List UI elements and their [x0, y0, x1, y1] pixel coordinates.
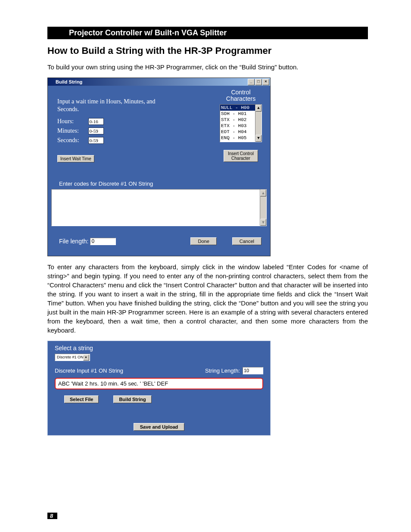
hours-input[interactable]: 0-16 — [88, 118, 104, 125]
file-length-field[interactable]: 0 — [90, 238, 116, 245]
string-length-field[interactable]: 10 — [243, 367, 263, 374]
insert-ctrl-line2: Character — [231, 156, 250, 161]
select-string-panel: Select a string Discrete #1 ON Discrete … — [47, 341, 271, 436]
select-file-button[interactable]: Select File — [64, 395, 99, 403]
window-icon — [49, 79, 54, 84]
titlebar: Build String _ □ × — [48, 78, 270, 86]
scroll-up-icon[interactable]: ▲ — [255, 105, 262, 112]
string-length-label: String Length: — [205, 367, 240, 374]
scroll-down-icon[interactable]: ▼ — [260, 219, 266, 226]
build-string-dialog: Build String _ □ × Input a wait time in … — [47, 78, 271, 256]
select-string-label: Select a string — [55, 345, 263, 352]
page-number: 8 — [47, 513, 57, 519]
close-button[interactable]: × — [262, 79, 269, 85]
scroll-up-icon[interactable]: ▲ — [260, 190, 266, 196]
minutes-label: Minutes: — [57, 128, 87, 134]
minimize-button[interactable]: _ — [248, 79, 255, 85]
window-title: Build String — [56, 79, 82, 84]
codes-textarea[interactable]: ▲ ▼ — [51, 189, 267, 226]
minutes-input[interactable]: 0-59 — [88, 128, 104, 134]
save-and-upload-button[interactable]: Save and Upload — [134, 423, 185, 431]
string-select-dropdown[interactable]: Discrete #1 ON — [55, 354, 90, 361]
build-string-button[interactable]: Build String — [113, 395, 151, 403]
insert-wait-time-button[interactable]: Insert Wait Time — [57, 155, 94, 162]
insert-control-character-button[interactable]: Insert Control Character — [224, 150, 258, 162]
page-heading: How to Build a String with the HR-3P Pro… — [47, 45, 368, 56]
seconds-label: Seconds: — [57, 137, 87, 144]
string-display-field: ABC 'Wait 2 hrs. 10 min. 45 sec. ' 'BEL'… — [55, 378, 263, 389]
body-paragraph: To enter any characters from the keyboar… — [47, 262, 368, 335]
hours-label: Hours: — [57, 118, 87, 125]
done-button[interactable]: Done — [190, 237, 216, 245]
control-characters-listbox[interactable]: NULL - H00 SOH - H01 STX - H02 ETX - H03… — [220, 104, 262, 142]
header-bar: Projector Controller w/ Built-n VGA Spli… — [47, 27, 368, 39]
maximize-button[interactable]: □ — [255, 79, 262, 85]
intro-paragraph: To build your own string using the HR-3P… — [47, 62, 368, 72]
insert-ctrl-line1: Insert Control — [228, 151, 254, 156]
file-length-label: File length: — [59, 238, 88, 245]
string-name-label: Discrete Input #1 ON String — [55, 367, 123, 374]
enter-codes-label: Enter codes for Discrete #1 ON String — [59, 180, 153, 187]
seconds-input[interactable]: 0-59 — [88, 137, 104, 144]
cancel-button[interactable]: Cancel — [232, 237, 262, 245]
scroll-down-icon[interactable]: ▼ — [255, 135, 262, 142]
wait-time-instruction: Input a wait time in Hours, Minutes, and… — [57, 98, 165, 113]
control-header-line2: Characters — [226, 95, 255, 102]
control-header-line1: Control — [231, 89, 250, 96]
